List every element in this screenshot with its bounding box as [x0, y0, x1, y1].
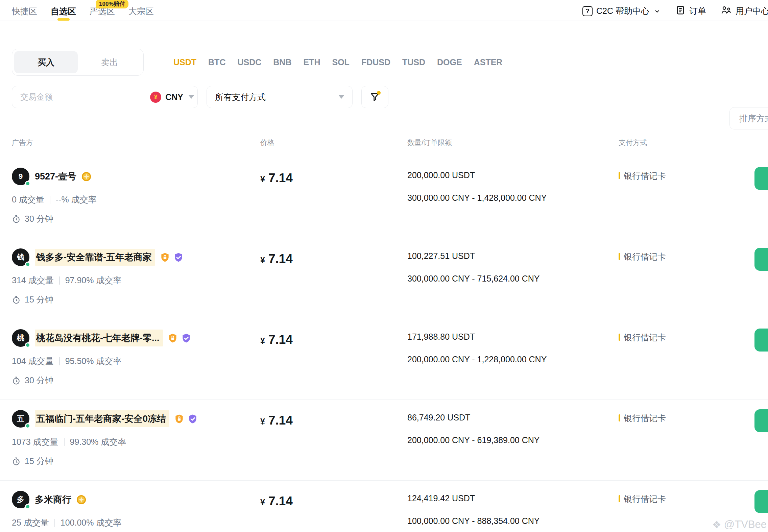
- avatar[interactable]: 五: [12, 410, 29, 428]
- asset-tab-tusd[interactable]: TUSD: [402, 57, 425, 67]
- buy-sell-toggle: 买入 卖出: [12, 49, 144, 76]
- buy-button[interactable]: [754, 248, 768, 271]
- payment-method-select[interactable]: 所有支付方式: [207, 86, 353, 108]
- order-limit: 200,000.00 CNY - 619,389.00 CNY: [407, 435, 619, 445]
- avatar[interactable]: 桃: [12, 329, 29, 347]
- lock-badge-icon: [160, 252, 170, 263]
- price-cell: ¥7.14: [260, 410, 407, 467]
- filter-controls: 买入 卖出 USDTBTCUSDCBNBETHSOLFDUSDTUSDDOGEA…: [0, 49, 768, 108]
- buy-button[interactable]: [754, 409, 768, 432]
- stopwatch-icon: [12, 215, 21, 223]
- asset-tab-btc[interactable]: BTC: [208, 57, 225, 67]
- asset-tab-doge[interactable]: DOGE: [437, 57, 462, 67]
- nav-right-links: ? C2C 帮助中心 订单 用户中心: [582, 4, 768, 17]
- help-center-link[interactable]: ? C2C 帮助中心: [582, 5, 661, 17]
- user-center-link[interactable]: 用户中心: [721, 5, 768, 17]
- table-row: 9 9527-壹号 0 成交量 --% 成交率 30 分钟 ¥7.14 200,…: [0, 158, 768, 238]
- stopwatch-icon: [12, 295, 21, 304]
- nav-tab-label: 自选区: [51, 6, 76, 17]
- stopwatch-icon: [12, 376, 21, 385]
- trade-count: 25 成交量: [12, 517, 49, 528]
- check-badge-icon: [173, 252, 184, 263]
- completion-rate: 97.90% 成交率: [65, 275, 122, 286]
- advertiser-name[interactable]: 多米商行: [35, 493, 71, 506]
- release-time: 30 分钟: [12, 213, 260, 224]
- completion-rate: 99.30% 成交率: [70, 436, 126, 448]
- amount-input[interactable]: [20, 92, 142, 102]
- price-cell: ¥7.14: [260, 248, 407, 305]
- orders-link[interactable]: 订单: [675, 5, 706, 17]
- buy-button[interactable]: [754, 490, 768, 513]
- payment-method: 银行借记卡: [624, 332, 666, 343]
- advertiser-name[interactable]: 钱多多-安全靠谱-五年老商家: [35, 249, 155, 266]
- amount-filter: ¥ CNY: [12, 86, 198, 108]
- sell-tab[interactable]: 卖出: [78, 51, 141, 73]
- asset-tab-usdc[interactable]: USDC: [237, 57, 261, 67]
- fiat-caret-icon[interactable]: [189, 95, 194, 99]
- completion-rate: 100.00% 成交率: [61, 517, 122, 528]
- advertiser-name[interactable]: 9527-壹号: [35, 170, 76, 183]
- available-amount: 124,419.42 USDT: [407, 493, 619, 503]
- advertiser-stats: 314 成交量 97.90% 成交率: [12, 275, 260, 286]
- online-dot-icon: [25, 342, 30, 348]
- advertiser-cell: 钱 钱多多-安全靠谱-五年老商家 314 成交量 97.90% 成交率 15 分…: [12, 248, 260, 305]
- avatar[interactable]: 钱: [12, 248, 29, 266]
- ad-list: 9 9527-壹号 0 成交量 --% 成交率 30 分钟 ¥7.14 200,…: [0, 158, 768, 532]
- badges: [76, 494, 87, 505]
- release-time: 30 分钟: [12, 375, 260, 386]
- asset-tab-fdusd[interactable]: FDUSD: [361, 57, 390, 67]
- filter-active-dot: [377, 91, 381, 95]
- medal-badge-icon: [76, 494, 87, 505]
- asset-tab-bnb[interactable]: BNB: [273, 57, 291, 67]
- advertiser-name[interactable]: 五福临门-五年老商家-安全0冻结: [35, 410, 169, 427]
- payment-method: 银行借记卡: [624, 251, 666, 262]
- advertiser-stats: 0 成交量 --% 成交率: [12, 194, 260, 205]
- order-limit: 300,000.00 CNY - 715,624.00 CNY: [407, 274, 619, 284]
- fiat-code: CNY: [165, 92, 183, 102]
- advanced-filter-button[interactable]: [361, 86, 388, 108]
- release-time-label: 30 分钟: [25, 213, 53, 224]
- asset-tab-usdt[interactable]: USDT: [173, 57, 196, 67]
- avatar-initial: 五: [17, 414, 24, 424]
- nav-tab-2[interactable]: 自选区: [51, 0, 76, 21]
- asset-tab-eth[interactable]: ETH: [303, 57, 320, 67]
- nav-tab-4[interactable]: 大宗区: [128, 0, 154, 21]
- check-badge-icon: [188, 414, 198, 424]
- advertiser-name[interactable]: 桃花岛没有桃花-七年老牌-零...: [35, 330, 163, 346]
- currency-symbol: ¥: [260, 336, 265, 345]
- avatar[interactable]: 多: [12, 491, 29, 508]
- medal-badge-icon: [81, 171, 92, 182]
- payment-cell: 银行借记卡: [619, 329, 768, 386]
- asset-tabs: USDTBTCUSDCBNBETHSOLFDUSDTUSDDOGEASTER: [173, 57, 502, 67]
- completion-rate: --% 成交率: [56, 194, 97, 205]
- divider: [54, 519, 55, 527]
- avatar[interactable]: 9: [12, 168, 29, 185]
- avatar-initial: 多: [17, 494, 24, 505]
- buy-button[interactable]: [754, 329, 768, 352]
- amount-cell: 86,749.20 USDT 200,000.00 CNY - 619,389.…: [407, 410, 619, 467]
- price-cell: ¥7.14: [260, 168, 407, 224]
- available-amount: 100,227.51 USDT: [407, 251, 619, 261]
- currency-symbol: ¥: [260, 498, 265, 507]
- asset-tab-sol[interactable]: SOL: [332, 57, 349, 67]
- trade-count: 104 成交量: [12, 356, 54, 367]
- badges: [160, 252, 184, 263]
- compensation-badge: 100%赔付: [96, 0, 128, 8]
- advertiser-cell: 桃 桃花岛没有桃花-七年老牌-零... 104 成交量 95.50% 成交率 3…: [12, 329, 260, 386]
- online-dot-icon: [25, 262, 30, 267]
- payment-cell: 银行借记卡: [619, 248, 768, 305]
- price-value: 7.14: [268, 252, 293, 266]
- payment-color-bar: [619, 495, 620, 502]
- divider: [144, 92, 144, 102]
- asset-tab-aster[interactable]: ASTER: [474, 57, 503, 67]
- orders-icon: [675, 5, 686, 17]
- nav-tab-label: 大宗区: [128, 6, 154, 17]
- buy-tab[interactable]: 买入: [14, 51, 78, 73]
- sort-select[interactable]: 排序方式: [729, 107, 768, 129]
- price-cell: ¥7.14: [260, 329, 407, 386]
- advertiser-stats: 25 成交量 100.00% 成交率: [12, 517, 260, 528]
- nav-tab-1[interactable]: 快捷区: [12, 0, 37, 21]
- nav-tab-3[interactable]: 严选区100%赔付: [90, 0, 115, 21]
- nav-tab-label: 快捷区: [12, 6, 37, 17]
- buy-button[interactable]: [754, 167, 768, 190]
